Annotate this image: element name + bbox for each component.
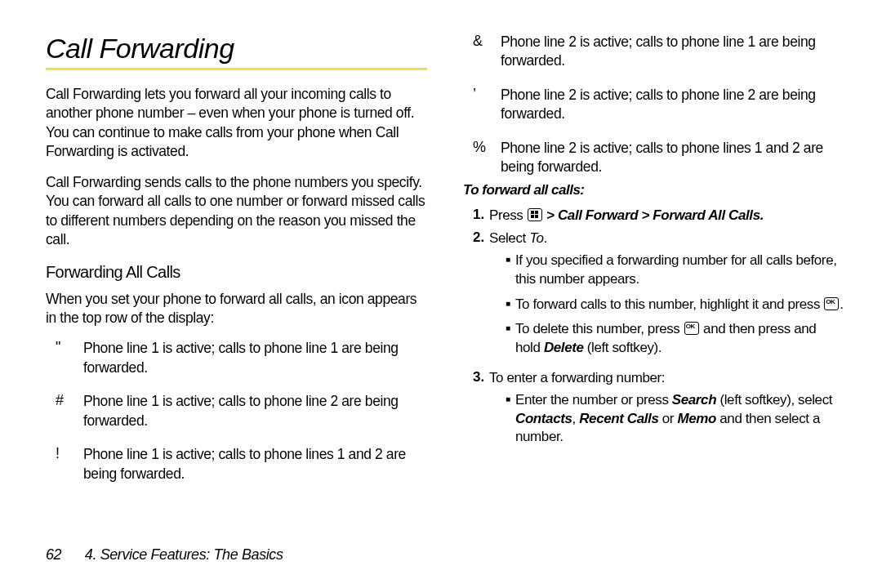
- sub-item: ■ Enter the number or press Search (left…: [506, 391, 844, 447]
- bullet-icon: ■: [506, 391, 515, 447]
- sub-text: To delete this number, press and then pr…: [515, 320, 844, 358]
- sub-text: Enter the number or press Search (left s…: [515, 391, 844, 447]
- page-title: Call Forwarding: [46, 33, 427, 65]
- step-1: 1. Press > Call Forward > Forward All Ca…: [473, 207, 844, 225]
- legend-description: Phone line 1 is active; calls to phone l…: [83, 392, 427, 430]
- step-text: To enter a forwarding number: ■ Enter th…: [489, 369, 844, 453]
- legend-description: Phone line 1 is active; calls to phone l…: [83, 339, 427, 377]
- legend-symbol: ": [56, 339, 83, 357]
- icon-legend-row: ’ Phone line 2 is active; calls to phone…: [473, 86, 844, 124]
- sub-item: ■ To delete this number, press and then …: [506, 320, 844, 358]
- instruction-heading: To forward all calls:: [463, 182, 844, 198]
- ok-key-icon: [684, 322, 699, 335]
- sub-list: ■ If you specified a forwarding number f…: [506, 252, 844, 358]
- title-underline: [46, 68, 427, 70]
- icon-legend-row: % Phone line 2 is active; calls to phone…: [473, 139, 844, 177]
- step-3: 3. To enter a forwarding number: ■ Enter…: [473, 369, 844, 453]
- legend-description: Phone line 2 is active; calls to phone l…: [501, 33, 844, 71]
- legend-symbol: ’: [473, 86, 501, 104]
- intro-paragraph-1: Call Forwarding lets you forward all you…: [46, 85, 427, 162]
- sub-list: ■ Enter the number or press Search (left…: [506, 391, 844, 447]
- icon-legend-row: # Phone line 1 is active; calls to phone…: [56, 392, 427, 430]
- manual-page: Call Forwarding Call Forwarding lets you…: [0, 0, 882, 588]
- legend-description: Phone line 1 is active; calls to phone l…: [83, 445, 427, 483]
- icon-legend-row: " Phone line 1 is active; calls to phone…: [56, 339, 427, 377]
- intro-paragraph-2: Call Forwarding sends calls to the phone…: [46, 173, 427, 250]
- page-number: 62: [46, 546, 61, 563]
- ok-key-icon: [824, 297, 839, 310]
- step-list: 1. Press > Call Forward > Forward All Ca…: [473, 207, 844, 453]
- two-column-body: Call Forwarding Call Forwarding lets you…: [46, 33, 844, 531]
- step-number: 3.: [473, 369, 489, 453]
- icon-legend-row: ! Phone line 1 is active; calls to phone…: [56, 445, 427, 483]
- chapter-title: 4. Service Features: The Basics: [85, 546, 283, 563]
- legend-symbol: %: [473, 139, 501, 157]
- step-number: 1.: [473, 207, 489, 225]
- step-text: Select To. ■ If you specified a forwardi…: [489, 229, 844, 364]
- step-number: 2.: [473, 229, 489, 364]
- sub-text: If you specified a forwarding number for…: [515, 252, 844, 289]
- bullet-icon: ■: [506, 296, 515, 314]
- legend-description: Phone line 2 is active; calls to phone l…: [501, 86, 844, 124]
- legend-symbol: #: [56, 392, 83, 410]
- page-footer: 62 4. Service Features: The Basics: [46, 546, 283, 564]
- sub-text: To forward calls to this number, highlig…: [515, 296, 844, 314]
- menu-key-icon: [528, 208, 542, 221]
- legend-symbol: &: [473, 33, 501, 51]
- bullet-icon: ■: [506, 320, 515, 358]
- icon-legend-row: & Phone line 2 is active; calls to phone…: [473, 33, 844, 71]
- sub-item: ■ If you specified a forwarding number f…: [506, 252, 844, 289]
- legend-symbol: !: [56, 445, 83, 463]
- sub-item: ■ To forward calls to this number, highl…: [506, 296, 844, 314]
- bullet-icon: ■: [506, 252, 515, 289]
- step-text: Press > Call Forward > Forward All Calls…: [489, 207, 764, 225]
- step-2: 2. Select To. ■ If you specified a forwa…: [473, 229, 844, 364]
- legend-description: Phone line 2 is active; calls to phone l…: [501, 139, 844, 177]
- section-heading: Forwarding All Calls: [46, 263, 427, 282]
- section-intro: When you set your phone to forward all c…: [46, 290, 427, 328]
